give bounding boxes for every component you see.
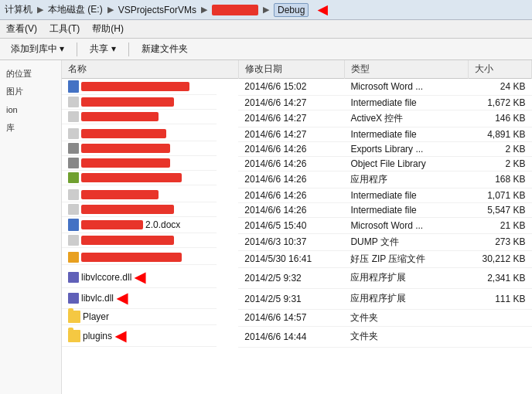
table-row[interactable]: 2014/6/6 14:27Intermediate file4,891 KB [62, 127, 532, 141]
file-table: 名称 修改日期 类型 大小 2014/6/6 15:02Microsoft Wo… [62, 60, 532, 348]
sep4: ▶ [263, 5, 269, 15]
main-area: 的位置 图片 ion 库 名称 修改日期 类型 大小 2014/6/6 15:0… [0, 60, 532, 394]
file-date: 2014/6/6 14:27 [238, 127, 344, 141]
breadcrumb-drive[interactable]: 本地磁盘 (E:) [48, 3, 103, 16]
table-row[interactable]: 2014/6/6 14:27ActiveX 控件146 KB [62, 110, 532, 127]
col-header-size[interactable]: 大小 [468, 60, 531, 79]
file-list-area: 名称 修改日期 类型 大小 2014/6/6 15:02Microsoft Wo… [62, 60, 532, 394]
file-type: 应用程序 [344, 171, 468, 188]
file-type: Object File Library [344, 156, 468, 171]
menu-tools[interactable]: 工具(T) [48, 22, 81, 36]
file-size: 4,891 KB [468, 127, 531, 141]
file-size [468, 309, 531, 326]
file-size: 168 KB [468, 171, 531, 188]
file-name-cell [62, 141, 217, 156]
file-name-cell: plugins◀ [62, 326, 217, 347]
add-to-library-button[interactable]: 添加到库中 ▾ [6, 41, 69, 57]
generic-icon [68, 235, 79, 246]
file-name-cell: libvlc.dll◀ [62, 288, 217, 309]
file-date: 2014/6/3 10:37 [238, 233, 344, 250]
breadcrumb-computer[interactable]: 计算机 [5, 3, 32, 16]
file-type: Intermediate file [344, 202, 468, 217]
exe-icon [68, 172, 79, 183]
generic-icon [68, 189, 79, 200]
dll-icon [68, 272, 79, 283]
file-size [468, 326, 531, 347]
table-row[interactable]: libvlc.dll◀2014/2/5 9:31应用程序扩展111 KB [62, 288, 532, 309]
table-row[interactable]: 2014/6/6 14:27Intermediate file1,672 KB [62, 95, 532, 110]
redacted-name [81, 158, 170, 168]
file-name-cell [62, 79, 217, 95]
file-size: 30,212 KB [468, 250, 531, 267]
file-name-cell [62, 110, 217, 124]
share-button[interactable]: 共享 ▾ [85, 41, 120, 57]
file-name-cell [62, 156, 217, 171]
file-type: 应用程序扩展 [344, 288, 468, 309]
row-arrow: ◀ [115, 328, 126, 345]
redacted-name [81, 112, 159, 121]
menu-bar: 查看(V) 工具(T) 帮助(H) [0, 20, 532, 39]
sep1: ▶ [37, 5, 43, 15]
breadcrumb-debug[interactable]: Debug [274, 3, 309, 17]
sidebar-item-ion[interactable]: ion [0, 101, 61, 119]
file-size: 2,341 KB [468, 267, 531, 288]
redacted-name [81, 253, 182, 262]
table-row[interactable]: plugins◀2014/6/6 14:44文件夹 [62, 326, 532, 347]
table-row[interactable]: 2014/6/6 14:26Intermediate file1,071 KB [62, 188, 532, 202]
sidebar-item-library[interactable]: 库 [0, 119, 61, 137]
file-date: 2014/6/6 14:27 [238, 110, 344, 127]
file-size: 24 KB [468, 79, 531, 96]
file-name: plugins [83, 331, 112, 341]
address-bar: 计算机 ▶ 本地磁盘 (E:) ▶ VSProjectsForVMs ▶ ▶ D… [0, 0, 532, 20]
file-date: 2014/6/6 15:02 [238, 79, 344, 96]
table-row[interactable]: 2014/6/3 10:37DUMP 文件273 KB [62, 233, 532, 250]
file-type: ActiveX 控件 [344, 110, 468, 127]
redacted-name [81, 173, 182, 182]
file-name: Player [83, 311, 109, 322]
new-folder-button[interactable]: 新建文件夹 [137, 41, 193, 57]
breadcrumb-projects[interactable]: VSProjectsForVMs [118, 5, 196, 15]
col-header-date[interactable]: 修改日期 [238, 60, 344, 79]
file-size: 146 KB [468, 110, 531, 127]
file-size: 1,071 KB [468, 188, 531, 202]
sidebar-item-pictures[interactable]: 图片 [0, 83, 61, 100]
file-name-cell: libvlccore.dll◀ [62, 267, 217, 288]
table-row[interactable]: 2014/6/6 15:02Microsoft Word ...24 KB [62, 79, 532, 96]
file-size: 111 KB [468, 288, 531, 309]
table-row[interactable]: libvlccore.dll◀2014/2/5 9:32应用程序扩展2,341 … [62, 267, 532, 288]
file-size: 2 KB [468, 156, 531, 171]
table-row[interactable]: 2.0.docx2014/6/5 15:40Microsoft Word ...… [62, 217, 532, 233]
file-name-cell [62, 233, 217, 248]
file-name: libvlc.dll [81, 293, 114, 304]
file-type: Exports Library ... [344, 141, 468, 156]
file-date: 2014/6/6 14:26 [238, 141, 344, 156]
menu-help[interactable]: 帮助(H) [90, 22, 125, 36]
file-name-cell: Player [62, 309, 217, 325]
table-row[interactable]: 2014/6/6 14:26Object File Library2 KB [62, 156, 532, 171]
file-type: 文件夹 [344, 309, 468, 326]
file-type: Intermediate file [344, 127, 468, 141]
file-name-cell [62, 202, 217, 217]
toolbar-sep1 [77, 42, 77, 56]
menu-view[interactable]: 查看(V) [5, 22, 39, 36]
redacted-name [81, 129, 166, 138]
table-row[interactable]: 2014/5/30 16:41好压 ZIP 压缩文件30,212 KB [62, 250, 532, 267]
table-row[interactable]: 2014/6/6 14:26Exports Library ...2 KB [62, 141, 532, 156]
file-date: 2014/6/5 15:40 [238, 217, 344, 233]
col-header-name[interactable]: 名称 [62, 60, 238, 79]
lib-icon [68, 158, 79, 168]
table-row[interactable]: 2014/6/6 14:26Intermediate file5,547 KB [62, 202, 532, 217]
file-type: Intermediate file [344, 95, 468, 110]
file-type: 文件夹 [344, 326, 468, 347]
file-date: 2014/6/6 14:26 [238, 188, 344, 202]
sidebar-item-location[interactable]: 的位置 [0, 65, 61, 83]
sidebar: 的位置 图片 ion 库 [0, 60, 62, 394]
table-header-row: 名称 修改日期 类型 大小 [62, 60, 532, 79]
table-row[interactable]: 2014/6/6 14:26应用程序168 KB [62, 171, 532, 188]
toolbar: 添加到库中 ▾ 共享 ▾ 新建文件夹 [0, 39, 532, 60]
table-row[interactable]: Player2014/6/6 14:57文件夹 [62, 309, 532, 326]
generic-icon [68, 128, 79, 139]
file-name: libvlccore.dll [81, 272, 131, 283]
col-header-type[interactable]: 类型 [344, 60, 468, 79]
lib-icon [68, 143, 79, 154]
